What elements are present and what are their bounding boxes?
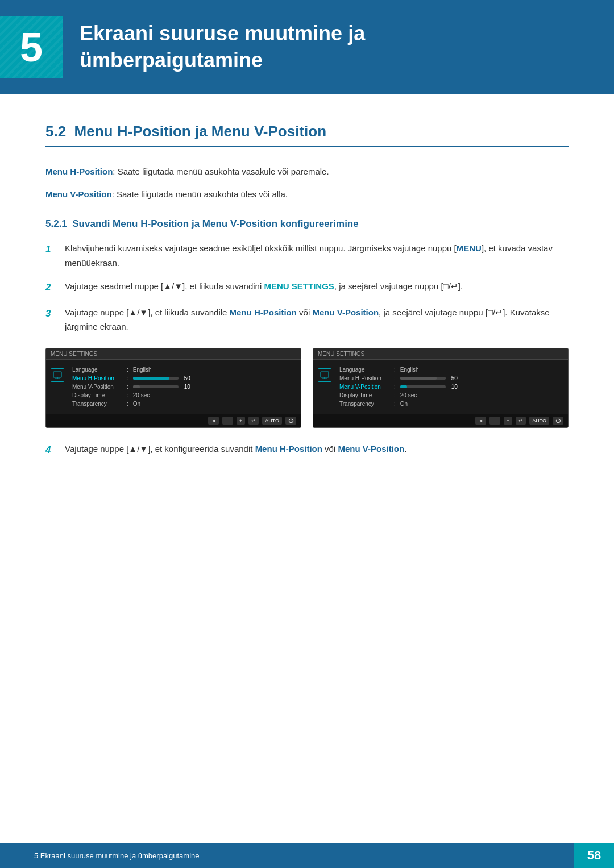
panel-left-menu: Language : English Menu H-Position : 50 bbox=[72, 366, 296, 408]
steps-list: 1 Klahvijuhendi kuvamiseks vajutage sead… bbox=[45, 241, 569, 334]
panel-right: MENU SETTINGS Language : bbox=[313, 348, 569, 428]
footer-text: 5 Ekraani suuruse muutmine ja ümberpaigu… bbox=[23, 852, 574, 860]
btn-plus-left[interactable]: + bbox=[237, 417, 245, 425]
menu-v-label: Menu V-Position bbox=[45, 189, 112, 199]
menu-row-h-position-left: Menu H-Position : 50 bbox=[72, 374, 296, 383]
monitor-icon-right bbox=[318, 368, 331, 382]
step-num-3: 3 bbox=[45, 306, 61, 322]
menu-h-label: Menu H-Position bbox=[45, 167, 113, 176]
intro-para-1: Menu H-Position: Saate liigutada menüü a… bbox=[45, 164, 569, 179]
btn-enter-left[interactable]: ↵ bbox=[248, 417, 259, 425]
monitor-icon-left bbox=[51, 368, 64, 382]
step-4: 4 Vajutage nuppe [▲/▼], et konfigureerid… bbox=[45, 442, 569, 459]
intro-para-2: Menu V-Position: Saate liigutada menüü a… bbox=[45, 187, 569, 202]
btn-enter-right[interactable]: ↵ bbox=[516, 417, 526, 425]
panel-right-sidebar bbox=[318, 366, 335, 408]
footer-page-number: 58 bbox=[574, 843, 614, 868]
menu-row-transparency-right: Transparency : On bbox=[339, 400, 563, 408]
btn-back-left[interactable]: ◄ bbox=[208, 417, 219, 425]
step-text-3: Vajutage nuppe [▲/▼], et liikuda suvandi… bbox=[65, 305, 569, 334]
step-2: 2 Vajutage seadmel nuppe [▲/▼], et liiku… bbox=[45, 279, 569, 296]
step-text-2: Vajutage seadmel nuppe [▲/▼], et liikuda… bbox=[65, 279, 569, 294]
slider-h-right bbox=[400, 377, 446, 380]
subsection-heading: 5.2.1 Suvandi Menu H-Position ja Menu V-… bbox=[45, 218, 569, 230]
menu-row-language-right: Language : English bbox=[339, 366, 563, 374]
menu-row-display-time-left: Display Time : 20 sec bbox=[72, 391, 296, 400]
panel-left-body: Language : English Menu H-Position : 50 bbox=[46, 360, 301, 414]
step-num-4: 4 bbox=[45, 442, 61, 459]
btn-auto-left[interactable]: AUTO bbox=[262, 417, 282, 425]
panel-left-sidebar bbox=[51, 366, 68, 408]
step-3: 3 Vajutage nuppe [▲/▼], et liikuda suvan… bbox=[45, 305, 569, 334]
panel-left-buttons: ◄ — + ↵ AUTO ⏻ bbox=[46, 414, 301, 427]
chapter-title: Ekraani suuruse muutmine ja ümberpaiguta… bbox=[80, 20, 365, 74]
panels-container: MENU SETTINGS Language : bbox=[45, 348, 569, 428]
btn-minus-right[interactable]: — bbox=[489, 417, 500, 425]
chapter-header: 5 Ekraani suuruse muutmine ja ümberpaigu… bbox=[0, 0, 614, 94]
steps-list-2: 4 Vajutage nuppe [▲/▼], et konfigureerid… bbox=[45, 442, 569, 459]
btn-power-right[interactable]: ⏻ bbox=[553, 417, 563, 425]
btn-back-right[interactable]: ◄ bbox=[475, 417, 486, 425]
svg-rect-3 bbox=[321, 372, 329, 377]
panel-right-menu: Language : English Menu H-Position : 50 bbox=[339, 366, 563, 408]
step-text-1: Klahvijuhendi kuvamiseks vajutage seadme… bbox=[65, 241, 569, 270]
slider-h-left bbox=[133, 377, 179, 380]
menu-row-transparency-left: Transparency : On bbox=[72, 400, 296, 408]
chapter-number-box: 5 bbox=[0, 16, 63, 78]
menu-row-display-time-right: Display Time : 20 sec bbox=[339, 391, 563, 400]
menu-row-v-position-right: Menu V-Position : 10 bbox=[339, 383, 563, 391]
btn-plus-right[interactable]: + bbox=[504, 417, 512, 425]
panel-left: MENU SETTINGS Language : bbox=[45, 348, 301, 428]
panel-right-buttons: ◄ — + ↵ AUTO ⏻ bbox=[313, 414, 568, 427]
btn-power-left[interactable]: ⏻ bbox=[285, 417, 296, 425]
panel-left-title: MENU SETTINGS bbox=[46, 348, 301, 360]
menu-row-language-left: Language : English bbox=[72, 366, 296, 374]
menu-row-h-position-right: Menu H-Position : 50 bbox=[339, 374, 563, 383]
section-heading: 5.2 Menu H-Position ja Menu V-Position bbox=[45, 123, 569, 147]
panel-right-body: Language : English Menu H-Position : 50 bbox=[313, 360, 568, 414]
svg-rect-0 bbox=[53, 372, 61, 377]
page-content: 5.2 Menu H-Position ja Menu V-Position M… bbox=[0, 94, 614, 516]
slider-v-right bbox=[400, 385, 446, 388]
chapter-number: 5 bbox=[20, 24, 43, 70]
step-text-4: Vajutage nuppe [▲/▼], et konfigureerida … bbox=[65, 442, 569, 456]
step-1: 1 Klahvijuhendi kuvamiseks vajutage sead… bbox=[45, 241, 569, 270]
menu-row-v-position-left: Menu V-Position : 10 bbox=[72, 383, 296, 391]
panel-right-title: MENU SETTINGS bbox=[313, 348, 568, 360]
slider-v-left bbox=[133, 385, 179, 388]
step-num-2: 2 bbox=[45, 280, 61, 296]
step-num-1: 1 bbox=[45, 242, 61, 258]
page-footer: 5 Ekraani suuruse muutmine ja ümberpaigu… bbox=[0, 843, 614, 868]
btn-auto-right[interactable]: AUTO bbox=[529, 417, 549, 425]
btn-minus-left[interactable]: — bbox=[222, 417, 233, 425]
